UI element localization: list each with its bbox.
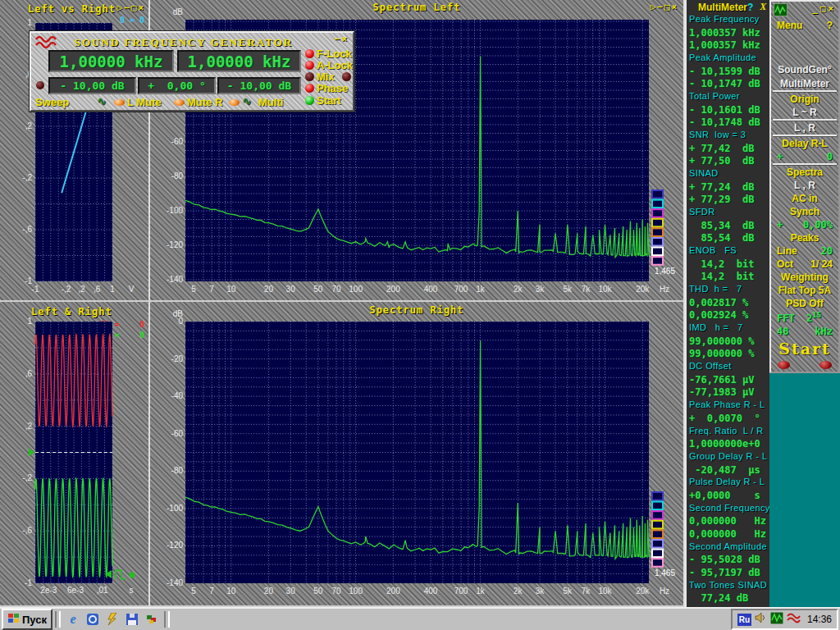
sweep-led[interactable] bbox=[36, 81, 44, 89]
legend-swatch[interactable] bbox=[652, 257, 663, 265]
trigger-marker[interactable] bbox=[29, 449, 34, 457]
minimize-icon[interactable]: _ bbox=[812, 3, 820, 14]
legend-swatch[interactable] bbox=[652, 238, 663, 246]
legend-swatch[interactable] bbox=[652, 502, 663, 510]
trace-legend[interactable] bbox=[652, 190, 663, 265]
y-tick-label: -100 bbox=[167, 504, 183, 513]
analyzer-tray-icon[interactable] bbox=[770, 612, 783, 628]
mute-center-led[interactable] bbox=[174, 99, 185, 106]
legend-swatch[interactable] bbox=[652, 511, 663, 519]
legend-swatch[interactable] bbox=[652, 209, 663, 217]
x-axis-unit: s bbox=[130, 586, 134, 595]
line-label[interactable]: Line bbox=[777, 245, 797, 257]
a-lock-led[interactable] bbox=[305, 61, 314, 70]
legend-swatch[interactable] bbox=[652, 190, 663, 199]
generator-phase-display[interactable]: + 0,00 ° bbox=[138, 77, 216, 94]
x-tick-label: -,2 bbox=[62, 285, 71, 294]
legend-swatch[interactable] bbox=[652, 248, 663, 256]
line-value[interactable]: 20 bbox=[821, 245, 833, 257]
close-icon[interactable]: × bbox=[341, 34, 349, 44]
peaks-button[interactable]: Peaks bbox=[771, 232, 838, 244]
legend-swatch[interactable] bbox=[652, 200, 663, 208]
y-tick-label: -40 bbox=[171, 391, 184, 400]
ac-in-button[interactable]: AC in bbox=[771, 193, 838, 204]
menu-button[interactable]: Menu bbox=[777, 20, 802, 31]
system-tray: Ru 14:36 bbox=[731, 609, 838, 630]
help-icon[interactable]: ? bbox=[747, 2, 753, 13]
mute-right-button[interactable]: Mute R bbox=[187, 96, 222, 108]
delay-value[interactable]: 0 bbox=[827, 151, 833, 162]
origin-value[interactable]: L ~ R bbox=[771, 107, 838, 118]
generator-frequency-left-display[interactable]: 1,00000 kHz bbox=[48, 50, 174, 72]
multi-button[interactable]: Multi bbox=[258, 96, 283, 108]
spectra-value[interactable]: L , R bbox=[771, 180, 838, 191]
multimeter-metric-label: SNR low = 3 bbox=[687, 130, 769, 143]
help-icon[interactable]: ? bbox=[827, 20, 833, 31]
generator-tray-icon[interactable] bbox=[787, 612, 801, 627]
start-button[interactable]: Start bbox=[771, 340, 838, 358]
start-led[interactable] bbox=[305, 96, 314, 105]
weighting-value[interactable]: Flat Top 5A bbox=[771, 285, 838, 296]
start-menu-button[interactable]: Пуск bbox=[2, 609, 52, 630]
close-icon[interactable]: × bbox=[828, 3, 836, 14]
f-lock-led[interactable] bbox=[305, 49, 314, 58]
multimeter-button[interactable]: MultiMeter bbox=[771, 78, 838, 89]
x-tick-label: 5k bbox=[563, 587, 573, 596]
legend-swatch[interactable] bbox=[652, 530, 663, 538]
delay-plus[interactable]: + bbox=[777, 151, 783, 162]
winamp-icon[interactable] bbox=[104, 611, 121, 628]
mix-label[interactable]: Mix bbox=[317, 71, 335, 83]
x-tick-label: 400 bbox=[424, 285, 438, 294]
f-lock-label[interactable]: F-Lock bbox=[317, 48, 352, 60]
generator-title: SOUND FREQUENCY GENERATOR bbox=[64, 36, 304, 49]
fft-label[interactable]: FFT 2 bbox=[777, 313, 812, 324]
legend-swatch[interactable] bbox=[652, 492, 663, 500]
start-label[interactable]: Start bbox=[317, 94, 341, 107]
mute-left-button[interactable]: L Mute bbox=[127, 96, 162, 108]
oct-value[interactable]: 1/ 24 bbox=[810, 258, 833, 270]
soundgen-button[interactable]: SoundGen° bbox=[771, 64, 838, 75]
maximize-icon[interactable]: □ bbox=[820, 3, 829, 14]
multimeter-metric-label: Peak Frequency bbox=[687, 14, 769, 27]
synch-button[interactable]: Synch bbox=[771, 206, 838, 217]
trace-legend[interactable] bbox=[652, 492, 663, 567]
multimeter-metric-value: 1,000357 kHz bbox=[687, 27, 769, 40]
oct-label[interactable]: Oct bbox=[777, 258, 793, 270]
psd-button[interactable]: PSD Off bbox=[771, 298, 838, 309]
generator-level-right-display[interactable]: - 10,00 dB bbox=[217, 77, 301, 94]
sample-rate-value[interactable]: 48 bbox=[777, 326, 788, 337]
mail-app-icon[interactable] bbox=[84, 611, 101, 628]
synch-value[interactable]: 0,00% bbox=[803, 219, 833, 231]
internet-explorer-icon[interactable]: e bbox=[65, 611, 81, 628]
fft-exponent[interactable]: 15 bbox=[812, 311, 821, 319]
app-shortcut-icon[interactable] bbox=[144, 611, 160, 628]
phase-label[interactable]: Phase bbox=[317, 82, 348, 94]
pulse-icon[interactable] bbox=[116, 570, 126, 579]
phase-led[interactable] bbox=[305, 84, 314, 93]
a-lock-label[interactable]: A-Lock bbox=[317, 59, 353, 71]
legend-swatch[interactable] bbox=[652, 521, 663, 529]
legend-swatch[interactable] bbox=[652, 540, 663, 548]
language-indicator[interactable]: Ru bbox=[737, 614, 751, 626]
sweep-button[interactable]: Sweep bbox=[35, 96, 69, 108]
legend-swatch[interactable] bbox=[652, 228, 663, 236]
legend-swatch[interactable] bbox=[652, 219, 663, 227]
cursor-readout: 1,465 bbox=[655, 568, 675, 578]
generator-level-left-display[interactable]: - 10,00 dB bbox=[48, 77, 136, 94]
multimeter-metric-label: ENOB FS bbox=[687, 245, 769, 258]
multi-led[interactable] bbox=[229, 99, 240, 106]
mix-led[interactable] bbox=[305, 72, 314, 81]
legend-swatch[interactable] bbox=[652, 559, 663, 567]
volume-icon[interactable] bbox=[755, 612, 767, 627]
dot-icon[interactable] bbox=[130, 573, 135, 578]
lr-button[interactable]: L , R bbox=[771, 122, 838, 134]
x-tick-label: 2e-3 bbox=[40, 586, 57, 595]
legend-swatch[interactable] bbox=[652, 550, 663, 558]
multimeter-metric-value: - 10,1748 dB bbox=[687, 116, 769, 130]
generator-frequency-right-display[interactable]: 1,00000 kHz bbox=[177, 50, 301, 72]
mix-aux-led[interactable] bbox=[342, 72, 351, 81]
x-tick-label: 3k bbox=[536, 587, 546, 596]
save-disk-icon[interactable] bbox=[124, 611, 140, 628]
close-icon[interactable]: X bbox=[760, 1, 766, 13]
mute-left-led[interactable] bbox=[114, 99, 125, 106]
